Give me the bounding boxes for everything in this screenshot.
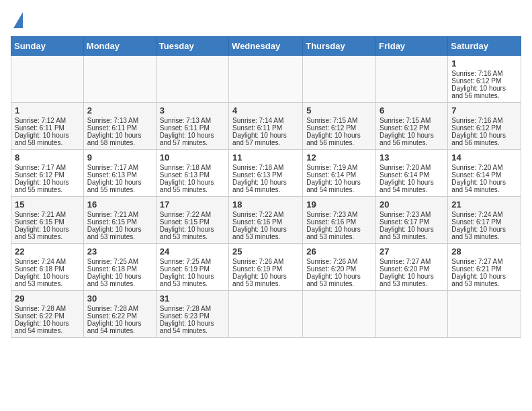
daylight-text: Daylight: 10 hours and 55 minutes. [15,179,69,193]
daylight-text: Daylight: 10 hours and 54 minutes. [380,179,434,193]
day-number: 23 [87,246,152,257]
sunrise-text: Sunrise: 7:21 AM [87,211,138,218]
page-header [11,11,521,28]
daylight-text: Daylight: 10 hours and 58 minutes. [15,132,69,146]
sunset-text: Sunset: 6:22 PM [15,312,64,320]
day-number: 11 [232,152,299,163]
sunset-text: Sunset: 6:19 PM [160,265,210,273]
sunset-text: Sunset: 6:20 PM [380,265,429,273]
sunset-text: Sunset: 6:19 PM [232,265,282,273]
sunrise-text: Sunrise: 7:18 AM [232,164,283,171]
calendar-cell: 11 Sunrise: 7:18 AM Sunset: 6:13 PM Dayl… [229,150,303,197]
day-number: 3 [160,105,225,116]
sunrise-text: Sunrise: 7:27 AM [451,258,502,265]
calendar-cell [229,291,303,338]
daylight-text: Daylight: 10 hours and 54 minutes. [15,320,69,334]
sunset-text: Sunset: 6:15 PM [87,218,137,226]
sunrise-text: Sunrise: 7:26 AM [232,258,283,265]
day-number: 20 [380,199,444,210]
day-number: 15 [15,199,80,210]
sunrise-text: Sunrise: 7:19 AM [306,164,357,171]
calendar-cell: 3 Sunrise: 7:13 AM Sunset: 6:11 PM Dayli… [156,103,228,150]
calendar-cell: 4 Sunrise: 7:14 AM Sunset: 6:11 PM Dayli… [229,103,303,150]
sunrise-text: Sunrise: 7:15 AM [306,117,357,124]
sunset-text: Sunset: 6:12 PM [306,124,356,132]
day-number: 4 [232,105,299,116]
weekday-header: Saturday [448,37,521,56]
calendar-cell: 29 Sunrise: 7:28 AM Sunset: 6:22 PM Dayl… [11,291,84,338]
sunset-text: Sunset: 6:22 PM [87,312,137,320]
daylight-text: Daylight: 10 hours and 54 minutes. [306,179,361,193]
daylight-text: Daylight: 10 hours and 53 minutes. [451,273,506,287]
calendar-cell: 25 Sunrise: 7:26 AM Sunset: 6:19 PM Dayl… [229,244,303,291]
sunset-text: Sunset: 6:13 PM [160,171,210,179]
sunrise-text: Sunrise: 7:28 AM [87,305,138,312]
day-number: 26 [306,246,372,257]
day-number: 17 [160,199,225,210]
calendar-cell: 23 Sunrise: 7:25 AM Sunset: 6:18 PM Dayl… [83,244,156,291]
calendar-cell: 2 Sunrise: 7:13 AM Sunset: 6:11 PM Dayli… [83,103,156,150]
calendar-cell: 27 Sunrise: 7:27 AM Sunset: 6:20 PM Dayl… [376,244,448,291]
sunset-text: Sunset: 6:14 PM [306,171,356,179]
calendar-cell [376,291,448,338]
sunset-text: Sunset: 6:23 PM [160,312,210,320]
day-number: 25 [232,246,299,257]
weekday-header: Thursday [303,37,376,56]
daylight-text: Daylight: 10 hours and 53 minutes. [306,226,361,240]
sunrise-text: Sunrise: 7:28 AM [160,305,211,312]
calendar-cell [303,56,376,103]
day-number: 10 [160,152,225,163]
day-number: 30 [87,293,152,304]
day-number: 29 [15,293,80,304]
sunset-text: Sunset: 6:11 PM [232,124,282,132]
calendar-cell [83,56,156,103]
sunrise-text: Sunrise: 7:17 AM [87,164,138,171]
weekday-header: Monday [83,37,156,56]
calendar-cell: 5 Sunrise: 7:15 AM Sunset: 6:12 PM Dayli… [303,103,376,150]
day-number: 9 [87,152,152,163]
weekday-header: Friday [376,37,448,56]
sunrise-text: Sunrise: 7:23 AM [306,211,357,218]
daylight-text: Daylight: 10 hours and 54 minutes. [451,179,506,193]
sunset-text: Sunset: 6:11 PM [87,124,137,132]
daylight-text: Daylight: 10 hours and 53 minutes. [380,226,434,240]
calendar-header-row: SundayMondayTuesdayWednesdayThursdayFrid… [11,37,521,56]
calendar-cell [448,291,521,338]
daylight-text: Daylight: 10 hours and 53 minutes. [232,273,287,287]
daylight-text: Daylight: 10 hours and 56 minutes. [451,132,506,146]
calendar-cell: 26 Sunrise: 7:26 AM Sunset: 6:20 PM Dayl… [303,244,376,291]
calendar-week-row: 1 Sunrise: 7:16 AM Sunset: 6:12 PM Dayli… [11,56,521,103]
calendar-cell: 20 Sunrise: 7:23 AM Sunset: 6:17 PM Dayl… [376,197,448,244]
calendar-cell [229,56,303,103]
sunset-text: Sunset: 6:12 PM [451,77,501,85]
sunrise-text: Sunrise: 7:13 AM [87,117,138,124]
calendar-cell: 8 Sunrise: 7:17 AM Sunset: 6:12 PM Dayli… [11,150,84,197]
sunrise-text: Sunrise: 7:27 AM [380,258,431,265]
logo-arrow-icon [13,12,23,28]
daylight-text: Daylight: 10 hours and 58 minutes. [87,132,142,146]
sunrise-text: Sunrise: 7:25 AM [160,258,211,265]
daylight-text: Daylight: 10 hours and 54 minutes. [87,320,142,334]
calendar-cell: 7 Sunrise: 7:16 AM Sunset: 6:12 PM Dayli… [448,103,521,150]
sunset-text: Sunset: 6:13 PM [87,171,137,179]
day-number: 8 [15,152,80,163]
daylight-text: Daylight: 10 hours and 55 minutes. [160,179,214,193]
calendar-week-row: 8 Sunrise: 7:17 AM Sunset: 6:12 PM Dayli… [11,150,521,197]
day-number: 2 [87,105,152,116]
daylight-text: Daylight: 10 hours and 54 minutes. [160,320,214,334]
sunset-text: Sunset: 6:12 PM [380,124,429,132]
sunrise-text: Sunrise: 7:16 AM [451,70,502,77]
sunrise-text: Sunrise: 7:18 AM [160,164,211,171]
weekday-header: Tuesday [156,37,228,56]
sunset-text: Sunset: 6:12 PM [451,124,501,132]
sunset-text: Sunset: 6:15 PM [15,218,64,226]
weekday-header: Wednesday [229,37,303,56]
daylight-text: Daylight: 10 hours and 53 minutes. [380,273,434,287]
calendar-cell: 17 Sunrise: 7:22 AM Sunset: 6:15 PM Dayl… [156,197,228,244]
daylight-text: Daylight: 10 hours and 53 minutes. [160,273,214,287]
sunrise-text: Sunrise: 7:22 AM [160,211,211,218]
calendar-cell [303,291,376,338]
daylight-text: Daylight: 10 hours and 56 minutes. [451,85,506,99]
calendar-week-row: 1 Sunrise: 7:12 AM Sunset: 6:11 PM Dayli… [11,103,521,150]
daylight-text: Daylight: 10 hours and 53 minutes. [15,273,69,287]
